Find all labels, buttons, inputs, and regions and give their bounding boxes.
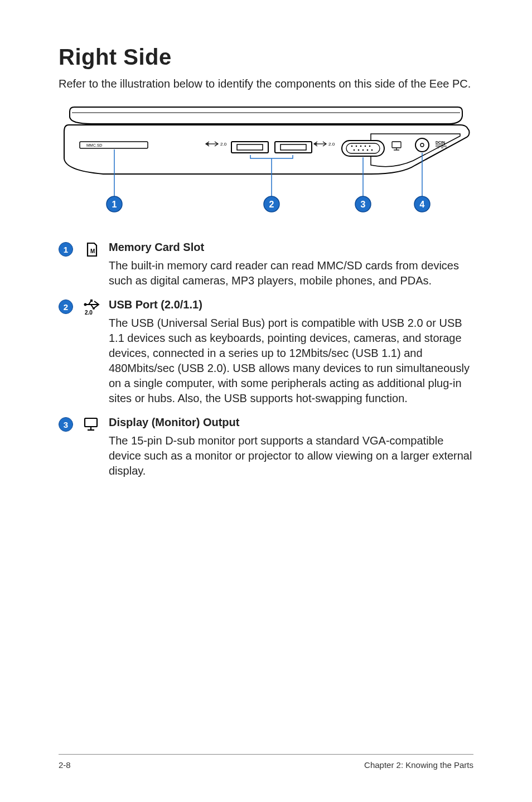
svg-text:2.0: 2.0 xyxy=(85,310,93,316)
list-item: 1 M Memory Card Slot The built-in memory… xyxy=(59,241,473,288)
svg-point-21 xyxy=(358,149,360,151)
svg-point-49 xyxy=(93,307,95,310)
svg-rect-14 xyxy=(346,143,380,153)
right-side-diagram: MMC.SD 2.0 2.0 xyxy=(59,103,473,220)
svg-point-19 xyxy=(369,146,371,147)
svg-text:DCIN: DCIN xyxy=(436,141,445,144)
callout-label-1: 1 xyxy=(112,200,117,209)
diagram-vga-port xyxy=(342,141,384,156)
diagram-memory-card-slot: MMC.SD xyxy=(80,142,148,148)
svg-point-23 xyxy=(367,149,369,151)
callout-label-4: 4 xyxy=(420,200,425,209)
item-title: USB Port (2.0/1.1) xyxy=(109,298,473,311)
item-number-1: 1 xyxy=(59,242,73,257)
item-desc: The USB (Universal Serial Bus) port is c… xyxy=(109,316,473,406)
svg-point-22 xyxy=(362,149,364,151)
item-number-3: 3 xyxy=(59,417,73,432)
intro-text: Refer to the illustration below to ident… xyxy=(59,76,473,91)
list-item: 2 2.0 USB Port (2.0/1.1) The USB (Univer… xyxy=(59,298,473,406)
svg-point-20 xyxy=(354,149,355,151)
page-footer: 2-8 Chapter 2: Knowing the Parts xyxy=(59,754,473,770)
item-desc: The 15-pin D-sub monitor port supports a… xyxy=(109,433,473,479)
display-output-icon xyxy=(83,417,100,432)
svg-point-16 xyxy=(356,146,357,147)
callout-label-2: 2 xyxy=(269,200,274,209)
svg-point-45 xyxy=(84,303,87,306)
item-title: Memory Card Slot xyxy=(109,241,473,254)
svg-text:M: M xyxy=(90,248,95,254)
svg-point-24 xyxy=(371,149,373,151)
item-title: Display (Monitor) Output xyxy=(109,416,473,429)
svg-rect-9 xyxy=(280,144,306,150)
svg-point-15 xyxy=(351,146,353,147)
svg-point-29 xyxy=(420,143,424,147)
svg-rect-51 xyxy=(85,418,97,427)
svg-text:2.0: 2.0 xyxy=(328,142,335,147)
svg-point-4 xyxy=(207,143,209,144)
callout-label-3: 3 xyxy=(361,200,366,209)
memory-card-icon: M xyxy=(83,241,100,258)
page-number: 2-8 xyxy=(59,760,71,770)
svg-rect-25 xyxy=(392,142,401,148)
svg-point-11 xyxy=(315,143,317,144)
page-title: Right Side xyxy=(59,45,473,70)
svg-point-18 xyxy=(365,146,366,147)
svg-point-17 xyxy=(360,146,362,147)
svg-rect-7 xyxy=(237,144,263,150)
list-item: 3 Display (Monitor) Output The 15-pin D-… xyxy=(59,416,473,479)
usb-icon: 2.0 xyxy=(83,299,101,316)
svg-text:MMC.SD: MMC.SD xyxy=(86,143,102,147)
chapter-label: Chapter 2: Knowing the Parts xyxy=(364,760,473,770)
item-number-2: 2 xyxy=(59,299,73,314)
item-desc: The built-in memory card reader can read… xyxy=(109,258,473,288)
svg-rect-47 xyxy=(90,299,93,302)
svg-text:2.0: 2.0 xyxy=(220,142,227,147)
